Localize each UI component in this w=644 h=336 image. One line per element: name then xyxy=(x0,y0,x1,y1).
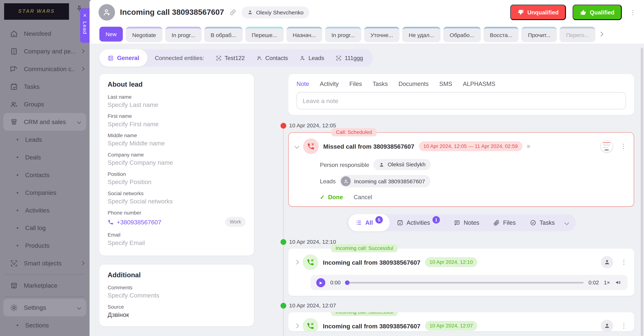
sidebar-item-marketplace[interactable]: Marketplace xyxy=(0,276,90,294)
seek-bar[interactable] xyxy=(346,282,584,283)
sidebar-item-groups[interactable]: Groups xyxy=(0,95,90,113)
stage-chip[interactable]: Negotiate xyxy=(126,27,162,42)
field-email[interactable]: Email Specify Email xyxy=(108,232,246,246)
sidebar-subitem-call-log[interactable]: Call log xyxy=(0,219,90,237)
field-social-networks[interactable]: Social networks Specify Social networks xyxy=(108,191,246,205)
stage-chip[interactable]: Обрабо... xyxy=(444,27,480,42)
tab-sms[interactable]: SMS xyxy=(439,81,452,87)
copy-link-icon[interactable] xyxy=(229,9,236,16)
field-middle-name[interactable]: Middle name Specify Middle name xyxy=(108,133,246,147)
playback-rate[interactable]: 1× xyxy=(604,279,610,286)
unqualified-button[interactable]: Unqualified xyxy=(510,5,566,20)
owner-chip[interactable]: Olexiy Shevchenko xyxy=(241,7,309,18)
entity-link-contacts[interactable]: Contacts xyxy=(250,55,294,61)
stage-chip[interactable]: В обраб... xyxy=(204,27,242,42)
sidebar-subitem-contacts[interactable]: Contacts xyxy=(0,166,90,184)
field-label: Middle name xyxy=(108,133,246,139)
field-first-name[interactable]: First name Specify First name xyxy=(108,113,246,128)
sidebar-item-crm-and-sales[interactable]: CRM and sales xyxy=(3,113,86,131)
more-menu-icon[interactable] xyxy=(629,9,637,16)
entity-link-leads[interactable]: Leads xyxy=(294,55,330,61)
stage-chip[interactable]: Прочит... xyxy=(522,27,557,42)
filter-tasks[interactable]: Tasks xyxy=(523,214,562,231)
field-placeholder: Specify Email xyxy=(108,239,246,246)
sidebar-item-communication[interactable]: Communication c... xyxy=(0,60,90,78)
sidebar-item-company-and-people[interactable]: Company and pe... xyxy=(0,42,90,60)
field-source[interactable]: Source Дзвінок xyxy=(108,304,246,318)
sidebar-divider xyxy=(5,296,84,297)
tab-alphasms[interactable]: ALPHASMS xyxy=(463,81,496,87)
person-responsible-chip[interactable]: Oleksii Siedykh xyxy=(373,159,431,170)
workspace-logo[interactable]: STAR WARS xyxy=(4,3,69,20)
field-placeholder: Specify Position xyxy=(108,178,246,185)
avatar[interactable] xyxy=(601,256,613,268)
activity-menu-icon[interactable] xyxy=(620,258,628,266)
qualified-button[interactable]: Qualified xyxy=(572,5,622,20)
play-button[interactable] xyxy=(316,278,325,287)
scrollbar[interactable] xyxy=(641,48,643,336)
stage-chip[interactable]: Переше... xyxy=(246,27,283,42)
sidebar-subitem-companies[interactable]: Companies xyxy=(0,184,90,201)
sidebar-subitem-leads[interactable]: Leads xyxy=(0,131,90,148)
phone-link[interactable]: +380938567607 xyxy=(108,218,161,225)
filter-expand-icon[interactable] xyxy=(564,220,569,225)
entity-link-111ggg[interactable]: 111ggg xyxy=(330,55,369,61)
expand-icon[interactable] xyxy=(294,260,299,264)
contacts-icon xyxy=(256,55,262,61)
sidebar-item-settings[interactable]: Settings xyxy=(3,299,86,316)
note-input[interactable] xyxy=(296,92,626,109)
stage-chip[interactable]: Восста... xyxy=(484,27,518,42)
entity-link-test122[interactable]: Test122 xyxy=(210,55,250,61)
phone-type-badge: Work xyxy=(225,217,246,227)
volume-icon[interactable] xyxy=(615,279,622,286)
filter-files[interactable]: Files xyxy=(486,214,523,231)
filter-activities[interactable]: Activities 1 xyxy=(390,214,447,231)
about-lead-card: About lead Last name Specify Last name F… xyxy=(99,74,254,255)
stage-chip[interactable]: Не удал... xyxy=(402,27,440,42)
field-position[interactable]: Position Specify Position xyxy=(108,171,246,185)
sidebar-subitem-deals[interactable]: Deals xyxy=(0,148,90,166)
home-icon xyxy=(10,29,18,38)
stage-chip[interactable]: In progr... xyxy=(166,27,201,42)
field-comments[interactable]: Comments Specify Comments xyxy=(108,285,246,299)
stage-chip[interactable]: In progr... xyxy=(325,27,361,42)
tab-documents[interactable]: Documents xyxy=(398,81,429,87)
seek-thumb[interactable] xyxy=(345,280,350,285)
field-company-name[interactable]: Company name Specify Company name xyxy=(108,152,246,166)
activity-menu-icon[interactable] xyxy=(620,322,628,329)
sidebar-item-tasks[interactable]: Tasks xyxy=(0,78,90,95)
cancel-button[interactable]: Cancel xyxy=(354,194,372,200)
sidebar-item-label: Tasks xyxy=(24,83,84,90)
sidebar-item-newsfeed[interactable]: Newsfeed xyxy=(0,25,90,42)
sidebar-subitem-activities[interactable]: Activities xyxy=(0,201,90,219)
stage-chip-new[interactable]: New xyxy=(99,27,123,42)
entity-link-label: Test122 xyxy=(225,55,245,61)
lead-panel-tab[interactable]: Lead xyxy=(80,8,90,43)
filter-all[interactable]: All 5 xyxy=(348,214,390,231)
sidebar-subitem-sections[interactable]: Sections xyxy=(0,316,90,334)
activity-menu-icon[interactable] xyxy=(620,143,627,150)
stages-scroll-right-button[interactable] xyxy=(599,33,602,36)
tab-files[interactable]: Files xyxy=(349,81,362,87)
stage-chip[interactable]: Назнач... xyxy=(287,27,322,42)
tab-note[interactable]: Note xyxy=(296,81,309,87)
sidebar-subitem-products[interactable]: Products xyxy=(0,237,90,254)
filter-notes[interactable]: Notes xyxy=(447,214,486,231)
activity-title: Incoming call from 380938567607 xyxy=(323,322,420,329)
tab-tasks[interactable]: Tasks xyxy=(372,81,388,87)
avatar[interactable] xyxy=(601,319,613,331)
person-name: Oleksii Siedykh xyxy=(388,161,426,168)
field-last-name[interactable]: Last name Specify Last name xyxy=(108,94,246,108)
tab-general[interactable]: General xyxy=(99,49,148,67)
stage-chip[interactable]: Уточне... xyxy=(364,27,399,42)
expand-icon[interactable] xyxy=(294,323,299,328)
done-button[interactable]: Done xyxy=(320,194,343,200)
stage-chip[interactable]: Перего... xyxy=(560,27,595,42)
sidebar-item-smart-objects[interactable]: Smart objects xyxy=(0,254,90,272)
collapse-icon[interactable] xyxy=(295,144,299,148)
filter-count-badge: 1 xyxy=(432,216,440,224)
playback-position: 0:00 xyxy=(330,279,340,286)
tab-activity[interactable]: Activity xyxy=(320,81,338,87)
activity-preview-thumbnail[interactable] xyxy=(600,140,613,153)
lead-reference-chip[interactable]: Incoming call 380938567607 xyxy=(340,175,430,188)
